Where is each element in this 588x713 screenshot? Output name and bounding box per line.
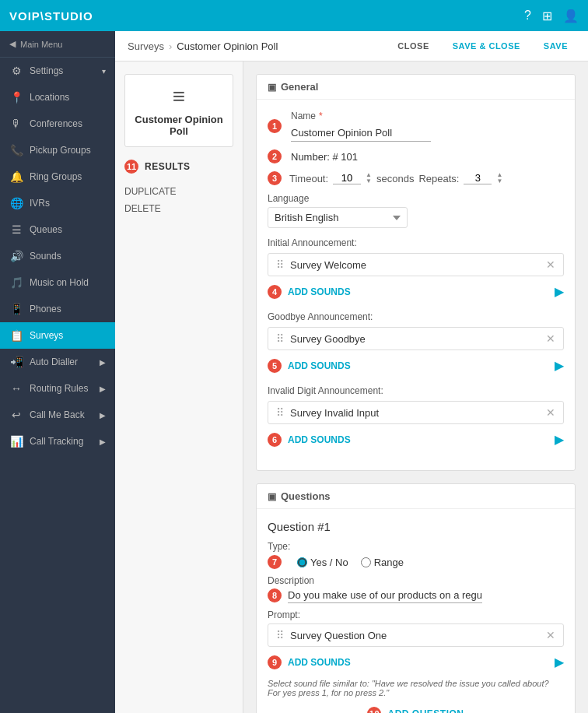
language-select[interactable]: British English American English French … — [268, 207, 408, 228]
results-count: 11 — [124, 160, 138, 174]
surveys-icon: 📋 — [9, 329, 23, 342]
repeats-label: Repeats: — [418, 173, 459, 184]
prompt-sound-name: Survey Question One — [290, 630, 540, 641]
sidebar-item-auto-dialler-label: Auto Dialler — [30, 356, 93, 367]
sidebar-item-sounds-label: Sounds — [30, 251, 106, 262]
timeout-down[interactable]: ▼ — [366, 178, 372, 184]
invalid-sound-drag-icon[interactable]: ⠿ — [276, 406, 284, 419]
user-icon[interactable]: 👤 — [563, 9, 579, 23]
type-range-label: Range — [374, 557, 404, 568]
right-panel: ▣ General 1 Name * — [243, 61, 588, 713]
goodbye-announcement-group: Goodbye Announcement: ⠿ Survey Goodbye ✕… — [268, 311, 564, 376]
results-badge[interactable]: 11 RESULTS — [124, 160, 233, 174]
timeout-stepper[interactable]: ▲ ▼ — [366, 172, 372, 184]
sidebar-item-ivrs[interactable]: 🌐 IVRs — [0, 190, 115, 216]
sound-note: Select sound file similar to: "Have we r… — [268, 679, 564, 697]
sidebar-item-conferences[interactable]: 🎙 Conferences — [0, 111, 115, 137]
type-radio-group: 7 Yes / No Range — [268, 555, 564, 569]
auto-dialler-arrow-icon: ▶ — [100, 358, 106, 367]
goodbye-sound-drag-icon[interactable]: ⠿ — [276, 332, 284, 345]
questions-section-body: Question #1 Type: 7 Yes / No Range — [257, 509, 575, 713]
name-row: 1 Name * — [268, 111, 564, 142]
name-input[interactable] — [291, 125, 431, 142]
prompt-sound-drag-icon[interactable]: ⠿ — [276, 629, 284, 641]
sidebar-item-call-me-back[interactable]: ↩ Call Me Back ▶ — [0, 402, 115, 428]
initial-sound-remove-icon[interactable]: ✕ — [546, 258, 555, 271]
type-yes-no-radio[interactable] — [297, 557, 307, 567]
routing-rules-arrow-icon: ▶ — [100, 385, 106, 393]
type-yes-no-option[interactable]: Yes / No — [297, 557, 348, 568]
breadcrumb: Surveys › Customer Opinion Poll — [128, 40, 278, 52]
delete-link[interactable]: DELETE — [124, 200, 233, 217]
prompt-play-icon[interactable]: ▶ — [555, 655, 564, 669]
type-range-option[interactable]: Range — [361, 557, 404, 568]
repeats-stepper[interactable]: ▲ ▼ — [496, 172, 502, 184]
sidebar-item-music-on-hold[interactable]: 🎵 Music on Hold — [0, 269, 115, 296]
questions-section: ▣ Questions Question #1 Type: 7 Yes / No — [256, 483, 576, 713]
repeats-input[interactable] — [464, 172, 492, 184]
sidebar-item-ring-groups-label: Ring Groups — [30, 171, 106, 182]
initial-play-icon[interactable]: ▶ — [555, 284, 564, 299]
sounds-icon: 🔊 — [9, 250, 23, 262]
save-close-button[interactable]: SAVE & CLOSE — [445, 37, 528, 54]
general-section-header: ▣ General — [257, 75, 575, 100]
sidebar: ◀ Main Menu ⚙ Settings ▾ 📍 Locations 🎙 C… — [0, 31, 115, 713]
repeats-down[interactable]: ▼ — [496, 178, 502, 184]
goodbye-play-icon[interactable]: ▶ — [555, 358, 564, 373]
initial-sound-drag-icon[interactable]: ⠿ — [276, 258, 284, 271]
sidebar-back[interactable]: ◀ Main Menu — [0, 31, 115, 58]
type-range-radio[interactable] — [361, 557, 371, 567]
initial-add-sounds-button[interactable]: 4 ADD SOUNDS — [268, 285, 351, 299]
initial-announcement-label: Initial Announcement: — [268, 237, 564, 248]
timeout-label: Timeout: — [289, 173, 328, 184]
prompt-label: Prompt: — [268, 609, 564, 620]
sidebar-item-routing-rules[interactable]: ↔ Routing Rules ▶ — [0, 375, 115, 402]
timeout-row: 3 Timeout: ▲ ▼ seconds Repeats: ▲ — [268, 171, 564, 185]
routing-rules-icon: ↔ — [9, 382, 23, 395]
sidebar-item-locations[interactable]: 📍 Locations — [0, 84, 115, 111]
sidebar-item-sounds[interactable]: 🔊 Sounds — [0, 243, 115, 269]
description-input[interactable] — [288, 588, 482, 603]
call-me-back-icon: ↩ — [9, 409, 23, 421]
sidebar-item-ivrs-label: IVRs — [30, 198, 106, 209]
goodbye-sound-remove-icon[interactable]: ✕ — [546, 332, 555, 345]
invalid-add-sounds-button[interactable]: 6 ADD SOUNDS — [268, 433, 351, 447]
prompt-add-sounds-button[interactable]: 9 ADD SOUNDS — [268, 655, 351, 669]
sidebar-item-queues-label: Queues — [30, 224, 106, 235]
initial-add-sounds-row: 4 ADD SOUNDS ▶ — [268, 281, 564, 302]
help-icon[interactable]: ? — [524, 9, 531, 23]
call-tracking-icon: 📊 — [9, 435, 23, 448]
add-question-button[interactable]: 10 ADD QUESTION — [367, 707, 464, 713]
logo: VOIP\STUDIO — [9, 9, 93, 23]
save-button[interactable]: SAVE — [536, 37, 576, 54]
sidebar-item-phones[interactable]: 📱 Phones — [0, 296, 115, 322]
queues-icon: ☰ — [9, 223, 23, 236]
type-label: Type: — [268, 541, 564, 552]
prompt-add-sounds-row: 9 ADD SOUNDS ▶ — [268, 652, 564, 673]
sidebar-item-ring-groups[interactable]: 🔔 Ring Groups — [0, 163, 115, 190]
locations-icon: 📍 — [9, 91, 23, 104]
invalid-play-icon[interactable]: ▶ — [555, 432, 564, 447]
duplicate-link[interactable]: DUPLICATE — [124, 183, 233, 200]
step-5-badge: 5 — [268, 359, 282, 373]
name-label: Name * — [291, 111, 431, 121]
sidebar-item-call-me-back-label: Call Me Back — [30, 409, 93, 420]
prompt-sound-remove-icon[interactable]: ✕ — [546, 629, 555, 641]
invalid-sound-name: Survey Invalid Input — [290, 407, 540, 419]
sidebar-item-auto-dialler[interactable]: 📲 Auto Dialler ▶ — [0, 349, 115, 375]
grid-icon[interactable]: ⊞ — [542, 9, 552, 23]
sidebar-item-queues[interactable]: ☰ Queues — [0, 216, 115, 243]
invalid-sound-remove-icon[interactable]: ✕ — [546, 406, 555, 419]
sidebar-item-pickup-groups[interactable]: 📞 Pickup Groups — [0, 137, 115, 163]
invalid-digit-label: Invalid Digit Announcement: — [268, 385, 564, 396]
sidebar-item-surveys[interactable]: 📋 Surveys — [0, 322, 115, 349]
goodbye-add-sounds-button[interactable]: 5 ADD SOUNDS — [268, 359, 351, 373]
close-button[interactable]: CLOSE — [390, 37, 436, 54]
number-label: Number: # 101 — [291, 151, 358, 163]
breadcrumb-root[interactable]: Surveys — [128, 40, 164, 52]
sidebar-item-settings[interactable]: ⚙ Settings ▾ — [0, 58, 115, 84]
settings-arrow-icon: ▾ — [102, 67, 106, 76]
goodbye-add-sounds-row: 5 ADD SOUNDS ▶ — [268, 355, 564, 376]
timeout-input[interactable] — [333, 172, 361, 184]
sidebar-item-call-tracking[interactable]: 📊 Call Tracking ▶ — [0, 428, 115, 455]
